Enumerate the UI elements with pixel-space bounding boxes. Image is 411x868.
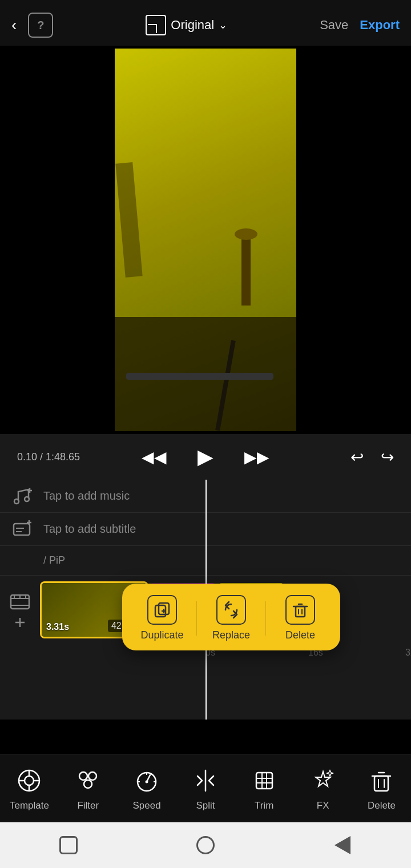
aspect-ratio-label[interactable]: Original (171, 18, 214, 33)
clip-1-duration: 3.31s (46, 622, 69, 632)
skip-forward-button[interactable]: ▶▶ (244, 448, 269, 467)
svg-point-36 (146, 780, 148, 783)
delete-tool-icon (366, 766, 396, 795)
delete-tool[interactable]: Delete (358, 766, 404, 811)
template-label: Template (10, 800, 49, 811)
export-button[interactable]: Export (360, 18, 400, 33)
trim-tool[interactable]: Trim (241, 766, 287, 811)
delete-popup-button[interactable]: Delete (277, 595, 323, 641)
popup-divider-1 (196, 601, 197, 636)
back-triangle-icon (335, 836, 350, 854)
chevron-down-icon[interactable]: ⌄ (219, 19, 227, 31)
filter-icon (73, 766, 103, 795)
delete-tool-label: Delete (368, 800, 396, 811)
film-plus-icon (9, 591, 31, 613)
trim-label: Trim (255, 800, 273, 811)
lamp-pole (241, 237, 251, 306)
fx-icon (308, 766, 338, 795)
music-plus-icon (10, 485, 33, 508)
delete-popup-icon (285, 595, 315, 625)
speed-label: Speed (133, 800, 161, 811)
speed-tool[interactable]: Speed (124, 766, 170, 811)
split-tool[interactable]: Split (183, 766, 228, 811)
svg-rect-41 (256, 773, 272, 789)
add-subtitle-button[interactable] (6, 513, 38, 545)
svg-rect-21 (296, 606, 305, 617)
add-music-label: Tap to add music (43, 489, 130, 503)
bottom-toolbar: Template Filter Speed (0, 754, 411, 822)
template-icon (14, 766, 44, 795)
trim-icon (249, 766, 279, 795)
aspect-ratio-icon (146, 15, 166, 35)
add-subtitle-label: Tap to add subtitle (43, 523, 136, 536)
svg-point-33 (88, 772, 96, 780)
time-display: 0.10 / 1:48.65 (17, 451, 111, 463)
speed-icon (132, 766, 162, 795)
svg-point-32 (79, 772, 87, 780)
handlebar (126, 373, 273, 380)
play-button[interactable]: ▶ (190, 441, 221, 473)
navigation-bar (0, 822, 411, 868)
wall-decoration (115, 162, 142, 278)
top-bar: ‹ ? Original ⌄ Save Export (0, 0, 411, 46)
skip-back-button[interactable]: ◀◀ (142, 448, 167, 467)
square-icon (59, 836, 78, 854)
duplicate-label: Duplicate (140, 629, 183, 641)
home-button[interactable] (51, 828, 86, 862)
fx-tool[interactable]: FX (300, 766, 346, 811)
bike-silhouette (115, 317, 296, 431)
plus-small-icon (14, 616, 26, 629)
replace-icon (216, 595, 246, 625)
popup-divider-2 (265, 601, 266, 636)
add-music-button[interactable] (6, 480, 38, 512)
svg-point-0 (14, 499, 19, 504)
pip-label: / PiP (43, 554, 65, 566)
svg-point-27 (25, 776, 34, 785)
save-button[interactable]: Save (320, 18, 348, 33)
clip-context-menu: Duplicate Replace (122, 584, 340, 650)
svg-point-1 (25, 497, 29, 501)
split-label: Split (196, 800, 215, 811)
replace-label: Replace (212, 629, 250, 641)
add-clip-button[interactable] (0, 581, 40, 638)
undo-button[interactable]: ↩ (350, 448, 364, 467)
filter-label: Filter (77, 800, 99, 811)
recents-button[interactable] (188, 828, 223, 862)
redo-button[interactable]: ↪ (381, 448, 394, 467)
help-button[interactable]: ? (28, 13, 53, 38)
duplicate-button[interactable]: Duplicate (139, 595, 185, 641)
delete-popup-label: Delete (285, 629, 315, 641)
video-preview (0, 46, 411, 434)
fx-label: FX (317, 800, 329, 811)
back-button[interactable]: ‹ (11, 16, 17, 34)
svg-rect-46 (374, 776, 388, 791)
playback-controls: ◀◀ ▶ ▶▶ (111, 441, 300, 473)
svg-rect-4 (14, 524, 30, 535)
replace-button[interactable]: Replace (208, 595, 254, 641)
template-tool[interactable]: Template (6, 766, 52, 811)
video-frame (115, 49, 296, 431)
help-icon: ? (37, 19, 44, 32)
timeline-area: Tap to add music Tap to add subtitle / P… (0, 480, 411, 720)
circle-icon (196, 836, 215, 854)
svg-point-34 (84, 780, 92, 788)
back-nav-button[interactable] (325, 828, 360, 862)
duplicate-icon (147, 595, 177, 625)
lamp-head (235, 228, 257, 240)
filter-tool[interactable]: Filter (65, 766, 111, 811)
playback-bar: 0.10 / 1:48.65 ◀◀ ▶ ▶▶ ↩ ↪ (0, 434, 411, 480)
ruler-32s: 32s (405, 648, 411, 658)
subtitle-plus-icon (10, 518, 33, 541)
split-icon (191, 766, 220, 795)
